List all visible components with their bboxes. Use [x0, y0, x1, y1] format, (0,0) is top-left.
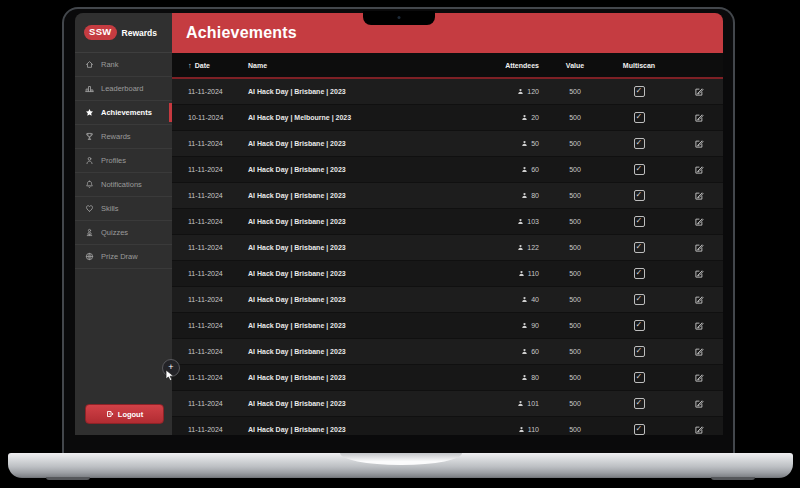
cell-attendees: 122 — [477, 244, 547, 251]
multiscan-checkbox[interactable] — [634, 86, 645, 97]
cell-value: 500 — [547, 192, 603, 199]
leaderboard-icon — [85, 84, 94, 93]
edit-icon[interactable] — [694, 269, 704, 279]
cell-attendees: 110 — [477, 426, 547, 433]
column-header-value[interactable]: Value — [547, 62, 603, 69]
star-icon — [85, 108, 94, 117]
table-row[interactable]: 10-11-2024 AI Hack Day | Melbourne | 202… — [172, 105, 723, 131]
sidebar-item-prize-draw[interactable]: Prize Draw — [75, 245, 172, 269]
edit-icon[interactable] — [694, 217, 704, 227]
table-row[interactable]: 11-11-2024 AI Hack Day | Brisbane | 2023… — [172, 261, 723, 287]
sidebar-item-notifications[interactable]: Notifications — [75, 173, 172, 197]
cell-date: 11-11-2024 — [172, 322, 242, 329]
edit-icon[interactable] — [694, 373, 704, 383]
sidebar-item-leaderboard[interactable]: Leaderboard — [75, 77, 172, 101]
column-header-multiscan[interactable]: Multiscan — [603, 62, 675, 69]
column-header-name[interactable]: Name — [242, 62, 477, 69]
cell-attendees: 60 — [477, 348, 547, 355]
sidebar-item-label: Rank — [101, 60, 119, 69]
multiscan-checkbox[interactable] — [634, 216, 645, 227]
cell-name: AI Hack Day | Brisbane | 2023 — [242, 322, 477, 329]
cell-date: 11-11-2024 — [172, 218, 242, 225]
table-row[interactable]: 11-11-2024 AI Hack Day | Brisbane | 2023… — [172, 287, 723, 313]
cell-attendees: 110 — [477, 270, 547, 277]
table-row[interactable]: 11-11-2024 AI Hack Day | Brisbane | 2023… — [172, 131, 723, 157]
edit-icon[interactable] — [694, 113, 704, 123]
page-title: Achievements — [186, 24, 297, 42]
cell-date: 11-11-2024 — [172, 88, 242, 95]
cell-actions — [675, 347, 723, 357]
cell-date: 11-11-2024 — [172, 244, 242, 251]
laptop-foot — [46, 477, 90, 480]
cell-actions — [675, 113, 723, 123]
edit-icon[interactable] — [694, 165, 704, 175]
edit-icon[interactable] — [694, 399, 704, 409]
table-row[interactable]: 11-11-2024 AI Hack Day | Brisbane | 2023… — [172, 365, 723, 391]
edit-icon[interactable] — [694, 321, 704, 331]
edit-icon[interactable] — [694, 87, 704, 97]
table-row[interactable]: 11-11-2024 AI Hack Day | Brisbane | 2023… — [172, 235, 723, 261]
cell-multiscan — [603, 372, 675, 383]
cell-date: 11-11-2024 — [172, 426, 242, 433]
sidebar-item-achievements[interactable]: Achievements — [75, 101, 172, 125]
sidebar-item-rewards[interactable]: Rewards — [75, 125, 172, 149]
edit-icon[interactable] — [694, 191, 704, 201]
edit-icon[interactable] — [694, 243, 704, 253]
cell-date: 11-11-2024 — [172, 374, 242, 381]
cell-value: 500 — [547, 114, 603, 121]
page-header: Achievements — [172, 13, 723, 53]
table-row[interactable]: 11-11-2024 AI Hack Day | Brisbane | 2023… — [172, 313, 723, 339]
sidebar: Rank Leaderboard Achievements Rewards — [75, 53, 172, 435]
multiscan-checkbox[interactable] — [634, 424, 645, 435]
cell-date: 11-11-2024 — [172, 400, 242, 407]
cell-value: 500 — [547, 296, 603, 303]
attendee-person-icon — [518, 426, 525, 433]
table-row[interactable]: 11-11-2024 AI Hack Day | Brisbane | 2023… — [172, 209, 723, 235]
cell-name: AI Hack Day | Brisbane | 2023 — [242, 348, 477, 355]
attendee-person-icon — [517, 88, 524, 95]
attendee-person-icon — [521, 166, 528, 173]
multiscan-checkbox[interactable] — [634, 112, 645, 123]
column-header-attendees[interactable]: Attendees — [477, 62, 547, 69]
sidebar-item-skills[interactable]: Skills — [75, 197, 172, 221]
table-row[interactable]: 11-11-2024 AI Hack Day | Brisbane | 2023… — [172, 417, 723, 435]
multiscan-checkbox[interactable] — [634, 268, 645, 279]
edit-icon[interactable] — [694, 425, 704, 435]
multiscan-checkbox[interactable] — [634, 398, 645, 409]
quiz-icon — [85, 228, 94, 237]
multiscan-checkbox[interactable] — [634, 190, 645, 201]
sidebar-item-rank[interactable]: Rank — [75, 53, 172, 77]
multiscan-checkbox[interactable] — [634, 242, 645, 253]
table-row[interactable]: 11-11-2024 AI Hack Day | Brisbane | 2023… — [172, 391, 723, 417]
multiscan-checkbox[interactable] — [634, 372, 645, 383]
sidebar-item-profiles[interactable]: Profiles — [75, 149, 172, 173]
cell-actions — [675, 87, 723, 97]
multiscan-checkbox[interactable] — [634, 346, 645, 357]
edit-icon[interactable] — [694, 139, 704, 149]
column-header-date[interactable]: ↑ Date — [172, 61, 242, 70]
sidebar-item-label: Profiles — [101, 156, 126, 165]
cell-value: 500 — [547, 88, 603, 95]
trophy-icon — [85, 132, 94, 141]
multiscan-checkbox[interactable] — [634, 138, 645, 149]
cell-name: AI Hack Day | Brisbane | 2023 — [242, 192, 477, 199]
logout-button[interactable]: Logout — [85, 404, 164, 424]
table-row[interactable]: 11-11-2024 AI Hack Day | Brisbane | 2023… — [172, 157, 723, 183]
cell-date: 10-11-2024 — [172, 114, 242, 121]
multiscan-checkbox[interactable] — [634, 320, 645, 331]
table-row[interactable]: 11-11-2024 AI Hack Day | Brisbane | 2023… — [172, 339, 723, 365]
table-row[interactable]: 11-11-2024 AI Hack Day | Brisbane | 2023… — [172, 79, 723, 105]
cell-value: 500 — [547, 140, 603, 147]
multiscan-checkbox[interactable] — [634, 164, 645, 175]
sidebar-item-quizzes[interactable]: Quizzes — [75, 221, 172, 245]
edit-icon[interactable] — [694, 295, 704, 305]
sidebar-item-label: Quizzes — [101, 228, 128, 237]
table-row[interactable]: 11-11-2024 AI Hack Day | Brisbane | 2023… — [172, 183, 723, 209]
logo-band: SSW Rewards — [75, 13, 172, 53]
cell-actions — [675, 191, 723, 201]
edit-icon[interactable] — [694, 347, 704, 357]
cell-name: AI Hack Day | Brisbane | 2023 — [242, 88, 477, 95]
multiscan-checkbox[interactable] — [634, 294, 645, 305]
sidebar-item-label: Rewards — [101, 132, 131, 141]
table-body: 11-11-2024 AI Hack Day | Brisbane | 2023… — [172, 79, 723, 435]
